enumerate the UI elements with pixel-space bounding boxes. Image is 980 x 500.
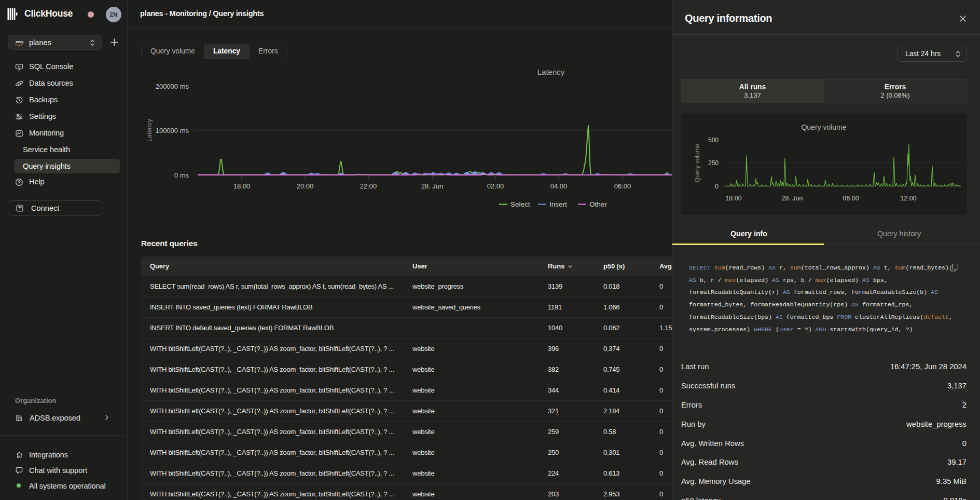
svg-text:250: 250 xyxy=(708,159,719,167)
svg-text:Query volume: Query volume xyxy=(694,143,701,182)
svg-text:28. Jun: 28. Jun xyxy=(781,195,803,202)
svg-text:06:00: 06:00 xyxy=(843,195,859,202)
svg-text:0: 0 xyxy=(715,183,719,190)
svg-text:Other: Other xyxy=(589,200,607,208)
svg-text:04:00: 04:00 xyxy=(550,182,568,190)
svg-text:22:00: 22:00 xyxy=(360,182,377,190)
svg-text:500: 500 xyxy=(708,137,719,144)
svg-text:18:00: 18:00 xyxy=(725,195,741,202)
svg-text:28. Jun: 28. Jun xyxy=(421,182,444,190)
svg-text:Latency: Latency xyxy=(146,118,153,142)
svg-text:12:00: 12:00 xyxy=(900,195,916,202)
svg-text:18:00: 18:00 xyxy=(233,182,251,190)
svg-text:06:00: 06:00 xyxy=(614,182,631,190)
svg-text:0 ms: 0 ms xyxy=(174,171,189,179)
svg-text:Select: Select xyxy=(510,200,530,208)
svg-text:100000 ms: 100000 ms xyxy=(156,127,189,134)
svg-text:Latency: Latency xyxy=(537,67,565,76)
svg-text:Insert: Insert xyxy=(549,200,567,208)
svg-text:02:00: 02:00 xyxy=(487,182,504,190)
svg-text:200000 ms: 200000 ms xyxy=(156,83,189,90)
svg-text:20:00: 20:00 xyxy=(297,182,314,190)
svg-text:Query volume: Query volume xyxy=(801,123,846,131)
